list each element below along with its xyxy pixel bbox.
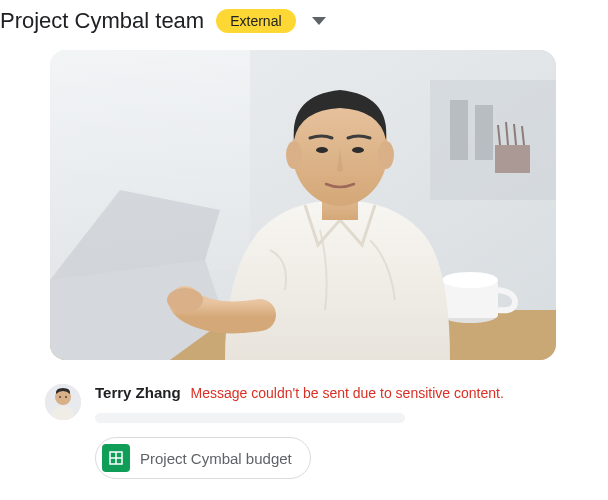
team-title: Project Cymbal team [0, 8, 204, 34]
svg-rect-5 [495, 145, 530, 173]
svg-rect-3 [450, 100, 468, 160]
avatar[interactable] [45, 384, 81, 420]
sheets-icon [102, 444, 130, 472]
message-placeholder-bar [95, 413, 405, 423]
chevron-down-icon[interactable] [312, 17, 326, 25]
message-row: Terry Zhang Message couldn't be sent due… [45, 384, 608, 479]
svg-point-23 [59, 396, 61, 398]
hero-image [50, 50, 556, 360]
sender-name: Terry Zhang [95, 384, 181, 401]
attachment-label: Project Cymbal budget [140, 450, 292, 467]
attachment-chip[interactable]: Project Cymbal budget [95, 437, 311, 479]
message-content: Terry Zhang Message couldn't be sent due… [95, 384, 608, 479]
external-badge: External [216, 9, 295, 33]
svg-point-17 [378, 141, 394, 169]
sender-line: Terry Zhang Message couldn't be sent due… [95, 384, 608, 401]
chat-header: Project Cymbal team External [0, 0, 608, 50]
svg-rect-4 [475, 105, 493, 160]
svg-point-13 [442, 272, 498, 288]
error-message: Message couldn't be sent due to sensitiv… [191, 385, 504, 401]
svg-point-24 [65, 396, 67, 398]
svg-point-16 [286, 141, 302, 169]
svg-point-18 [316, 147, 328, 153]
svg-point-19 [352, 147, 364, 153]
svg-point-20 [167, 288, 203, 312]
